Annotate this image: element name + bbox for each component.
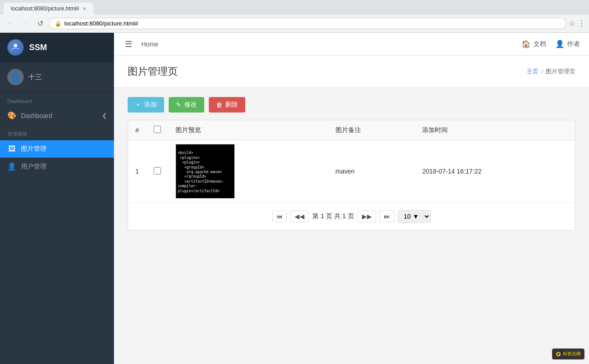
content-body: ＋ 添加 ✎ 修改 🗑 删除 (114, 88, 589, 240)
user-name: 十三 (28, 73, 42, 82)
sidebar-user: 👤 十三 (0, 62, 114, 92)
data-table: # 图片预览 图片备注 添加时间 1 (128, 120, 575, 202)
toolbar: ＋ 添加 ✎ 修改 🗑 删除 (128, 97, 575, 113)
main-content: ☰ Home 🏠 文档 👤 作者 图片管理页 主页 (114, 33, 589, 364)
delete-label: 删除 (225, 101, 238, 109)
sidebar-user-left: 👤 用户管理 (7, 162, 46, 171)
topnav: ☰ Home 🏠 文档 👤 作者 (114, 33, 589, 56)
prev-page-button[interactable]: ◀◀ (290, 210, 309, 222)
user-avatar: 👤 (7, 69, 24, 85)
app-wrapper: SSM 👤 十三 Dashboard 🎨 Dashboard ❮ 管理模块 🖼 … (0, 33, 589, 364)
star-button[interactable]: ☆ (569, 19, 575, 28)
menu-button[interactable]: ⋮ (578, 19, 585, 28)
page-info: 第 1 页 共 1 页 (312, 212, 354, 220)
th-num: # (128, 120, 146, 140)
home-link[interactable]: Home (141, 41, 158, 48)
sidebar-brand: SSM (0, 33, 114, 62)
row-num: 1 (128, 140, 146, 203)
page-header: 图片管理页 主页 / 图片管理页 (114, 56, 589, 88)
row-checkbox-cell (146, 140, 168, 203)
topnav-doc-item[interactable]: 🏠 文档 (522, 40, 546, 48)
user-manage-icon: 👤 (7, 162, 16, 171)
pagination: ⏮ ◀◀ 第 1 页 共 1 页 ▶▶ ⏭ 10 ▼ (128, 202, 575, 230)
sidebar-picture-label: 图片管理 (21, 145, 46, 153)
next-page-button[interactable]: ▶▶ (358, 210, 376, 222)
row-checkbox[interactable] (154, 167, 161, 174)
add-button[interactable]: ＋ 添加 (128, 97, 164, 113)
breadcrumb-current: 图片管理页 (546, 67, 575, 76)
delete-button[interactable]: 🗑 删除 (209, 97, 245, 113)
sidebar-dashboard-label: Dashboard (21, 112, 52, 119)
address-input[interactable] (64, 20, 560, 27)
current-page: 1 (320, 212, 324, 220)
home-icon: 🏠 (522, 40, 531, 48)
browser-tab: localhost:8080/picture.html# ✕ (4, 3, 93, 15)
dashboard-arrow-icon: ❮ (102, 113, 107, 119)
total-label: 共 (334, 212, 341, 220)
tab-bar: localhost:8080/picture.html# ✕ (0, 0, 589, 15)
picture-icon: 🖼 (7, 145, 16, 153)
sidebar-item-dashboard[interactable]: 🎨 Dashboard ❮ (0, 107, 114, 124)
dashboard-icon: 🎨 (7, 111, 16, 120)
add-icon: ＋ (135, 101, 141, 109)
topnav-author-item[interactable]: 👤 作者 (555, 40, 580, 48)
breadcrumb: 主页 / 图片管理页 (527, 67, 575, 76)
hamburger-button[interactable]: ☰ (123, 37, 134, 51)
address-bar: 🔒 (49, 18, 566, 29)
page-label: 第 (312, 212, 319, 220)
table-container: # 图片预览 图片备注 添加时间 1 (128, 120, 575, 231)
brand-logo-inner (8, 40, 23, 55)
refresh-button[interactable]: ↺ (35, 17, 46, 30)
select-all-checkbox[interactable] (154, 126, 161, 133)
back-button[interactable]: ← (4, 18, 16, 30)
row-notes-cell: maven (328, 140, 415, 203)
page-unit: 页 (326, 212, 332, 220)
page-title: 图片管理页 (128, 65, 178, 78)
table-body: 1 <build> <plugins> <plugin> <groupId> o… (128, 140, 575, 203)
doc-label: 文档 (533, 40, 546, 48)
th-preview: 图片预览 (168, 120, 328, 140)
sidebar-user-label: 用户管理 (21, 163, 46, 171)
manage-section-label: 管理模块 (0, 124, 114, 140)
watermark-icon: ✿ (556, 350, 561, 358)
table-header-row: # 图片预览 图片备注 添加时间 (128, 120, 575, 140)
breadcrumb-separator: / (541, 68, 543, 75)
svg-rect-1 (14, 45, 17, 47)
sidebar-item-user[interactable]: 👤 用户管理 (0, 158, 114, 175)
sidebar-item-picture[interactable]: 🖼 图片管理 (0, 140, 114, 158)
lock-icon: 🔒 (55, 21, 62, 27)
author-icon: 👤 (555, 40, 564, 48)
browser-nav: ← → ↺ 🔒 ☆ ⋮ (0, 15, 589, 32)
watermark: ✿ AI资讯网 (552, 349, 584, 359)
watermark-label: AI资讯网 (563, 351, 581, 357)
table-head: # 图片预览 图片备注 添加时间 (128, 120, 575, 140)
topnav-left: ☰ Home (123, 37, 158, 51)
sidebar-dashboard-left: 🎨 Dashboard (7, 111, 52, 120)
edit-label: 修改 (184, 101, 197, 109)
author-label: 作者 (567, 40, 580, 48)
content-area: 图片管理页 主页 / 图片管理页 ＋ 添加 ✎ 修改 (114, 56, 589, 364)
tab-close-icon[interactable]: ✕ (83, 6, 86, 11)
brand-logo (7, 39, 24, 56)
brand-name: SSM (29, 43, 47, 52)
forward-button[interactable]: → (19, 18, 32, 30)
th-checkbox (146, 120, 168, 140)
page-size-select[interactable]: 10 ▼ 20 ▼ 50 ▼ (398, 210, 431, 223)
last-page-button[interactable]: ⏭ (380, 210, 394, 222)
breadcrumb-home-link[interactable]: 主页 (527, 67, 538, 76)
th-notes: 图片备注 (328, 120, 415, 140)
edit-button[interactable]: ✎ 修改 (169, 97, 204, 113)
image-code-text: <build> <plugins> <plugin> <groupId> org… (176, 144, 234, 198)
edit-icon: ✎ (176, 101, 181, 108)
image-preview: <build> <plugins> <plugin> <groupId> org… (176, 144, 235, 199)
total-pages: 1 (342, 212, 346, 220)
sidebar: SSM 👤 十三 Dashboard 🎨 Dashboard ❮ 管理模块 🖼 … (0, 33, 114, 364)
sidebar-picture-left: 🖼 图片管理 (7, 145, 46, 153)
tab-label: localhost:8080/picture.html# (11, 5, 79, 12)
first-page-button[interactable]: ⏮ (272, 210, 287, 222)
topnav-right: 🏠 文档 👤 作者 (522, 40, 580, 48)
total-unit: 页 (348, 212, 354, 220)
table-row: 1 <build> <plugins> <plugin> <groupId> o… (128, 140, 575, 203)
user-avatar-icon: 👤 (10, 72, 21, 82)
row-time-cell: 2018-07-14 16:17:22 (415, 140, 575, 203)
